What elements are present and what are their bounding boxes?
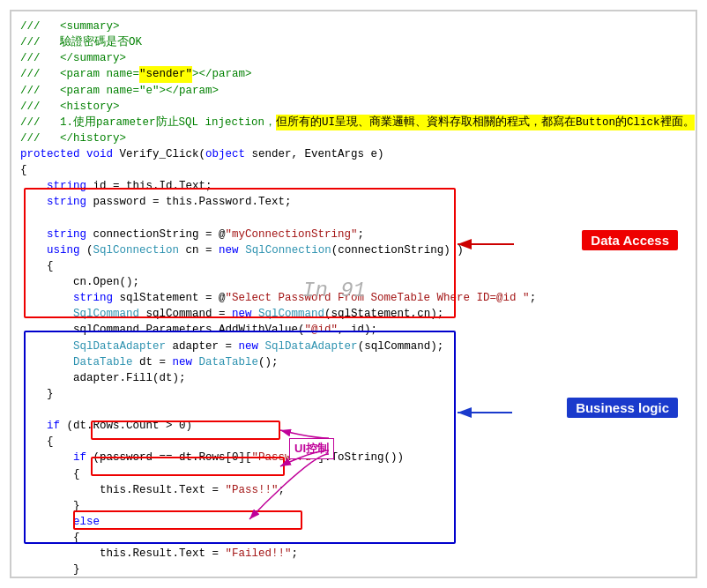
ui-control-text: UI控制 bbox=[294, 442, 329, 455]
code-text: /// 驗證密碼是否OK bbox=[20, 34, 142, 50]
code-text: ; bbox=[530, 290, 537, 306]
data-access-label: Data Access bbox=[582, 230, 678, 250]
code-text: /// <history> bbox=[20, 99, 120, 115]
code-text: Verify_Click( bbox=[113, 146, 205, 162]
code-text: ; bbox=[292, 546, 299, 562]
code-line-3: /// </summary> bbox=[20, 50, 687, 66]
code-text: /// <param name= bbox=[20, 66, 139, 82]
code-text: } bbox=[20, 577, 54, 578]
code-text-highlight: 但所有的UI呈現、商業邏輯、資料存取相關的程式，都寫在Button的Click裡… bbox=[276, 115, 695, 130]
code-text-highlight: "sender" bbox=[139, 66, 192, 82]
code-line-10: { bbox=[20, 162, 687, 178]
code-text: sender, EventArgs e) bbox=[245, 146, 384, 162]
code-line-8: /// </history> bbox=[20, 130, 687, 146]
pass-box bbox=[91, 421, 280, 440]
code-text bbox=[80, 146, 87, 162]
code-text: /// <param name="e"></param> bbox=[20, 83, 219, 99]
code-line-1: /// <summary> bbox=[20, 19, 687, 34]
code-line-5: /// <param name="e"></param> bbox=[20, 83, 687, 99]
code-line-36: } bbox=[20, 577, 687, 578]
code-text: /// <summary> bbox=[20, 19, 120, 34]
code-keyword: protected bbox=[20, 146, 80, 162]
ui-control-label: UI控制 bbox=[289, 438, 334, 459]
code-line-9: protected void Verify_Click(object sende… bbox=[20, 146, 687, 162]
code-line-35: } bbox=[20, 562, 687, 577]
code-line-34: this.Result.Text = "Failed!!"; bbox=[20, 546, 687, 562]
main-container: /// <summary> /// 驗證密碼是否OK /// </summary… bbox=[10, 10, 697, 578]
code-keyword: object bbox=[205, 146, 245, 162]
data-access-box bbox=[24, 188, 456, 318]
code-text: /// </history> bbox=[20, 130, 126, 146]
code-line-6: /// <history> bbox=[20, 99, 687, 115]
code-text: ></param> bbox=[192, 66, 252, 82]
code-string-fail: "Failed!!" bbox=[226, 546, 292, 562]
code-keyword: void bbox=[86, 146, 113, 162]
code-text: } bbox=[20, 562, 80, 577]
code-line-7: /// 1.使用parameter防止SQL injection，但所有的UI呈… bbox=[20, 115, 687, 130]
code-text: /// </summary> bbox=[20, 50, 126, 66]
code-line-2: /// 驗證密碼是否OK bbox=[20, 34, 687, 50]
code-text: { bbox=[20, 162, 27, 178]
code-area: /// <summary> /// 驗證密碼是否OK /// </summary… bbox=[20, 19, 687, 569]
code-text: this.Result.Text = bbox=[20, 546, 226, 562]
code-line-4: /// <param name="sender"></param> bbox=[20, 66, 687, 82]
data-access-text: Data Access bbox=[591, 233, 669, 248]
code-text: /// 1.使用parameter防止SQL injection， bbox=[20, 115, 276, 130]
fail-box bbox=[91, 457, 285, 476]
business-logic-label: Business logic bbox=[567, 398, 678, 418]
error-box bbox=[73, 510, 302, 530]
business-logic-text: Business logic bbox=[576, 400, 669, 415]
